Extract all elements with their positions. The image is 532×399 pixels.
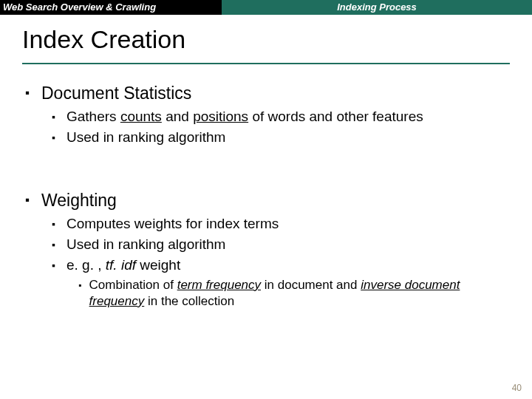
list-item: ▪ e. g. , tf. idf weight [52, 256, 510, 274]
section-heading-docstats: ▪ Document Statistics [25, 83, 510, 103]
bullet-icon: ▪ [78, 277, 89, 293]
bullet-icon: ▪ [52, 108, 66, 126]
underlined-term: counts [120, 109, 162, 124]
list-item: ▪ Combination of term frequency in docum… [78, 277, 510, 310]
slide-header: Web Search Overview & Crawling Indexing … [0, 0, 532, 15]
list-item-text: Combination of term frequency in documen… [89, 277, 510, 310]
list-item: ▪ Used in ranking algorithm [52, 129, 510, 146]
bullet-icon: ▪ [52, 256, 66, 274]
list-item-text: Computes weights for index terms [66, 215, 279, 233]
page-number: 40 [512, 383, 522, 393]
emphasized-term: term frequency [177, 278, 261, 292]
bullet-icon: ▪ [52, 236, 66, 253]
list-item: ▪ Gathers counts and positions of words … [52, 108, 510, 126]
list-item-text: e. g. , tf. idf weight [66, 256, 180, 274]
underlined-term: positions [193, 109, 248, 124]
italic-term: tf. idf [106, 257, 136, 273]
title-block: Index Creation [0, 15, 532, 58]
list-item-text: Used in ranking algorithm [66, 129, 225, 146]
heading-text: Weighting [41, 191, 117, 211]
bullet-icon: ▪ [52, 215, 66, 233]
header-right: Indexing Process [222, 0, 532, 15]
heading-text: Document Statistics [41, 83, 191, 103]
bullet-icon: ▪ [52, 129, 66, 146]
list-item-text: Gathers counts and positions of words an… [66, 108, 423, 126]
bullet-icon: ▪ [25, 191, 41, 210]
section-gap [22, 149, 510, 183]
bullet-icon: ▪ [25, 83, 41, 103]
header-left: Web Search Overview & Crawling [0, 0, 222, 15]
list-item-text: Used in ranking algorithm [66, 236, 225, 253]
slide-content: ▪ Document Statistics ▪ Gathers counts a… [0, 64, 532, 310]
slide-title: Index Creation [22, 25, 510, 54]
list-item: ▪ Computes weights for index terms [52, 215, 510, 233]
list-item: ▪ Used in ranking algorithm [52, 236, 510, 253]
section-heading-weighting: ▪ Weighting [25, 191, 510, 211]
